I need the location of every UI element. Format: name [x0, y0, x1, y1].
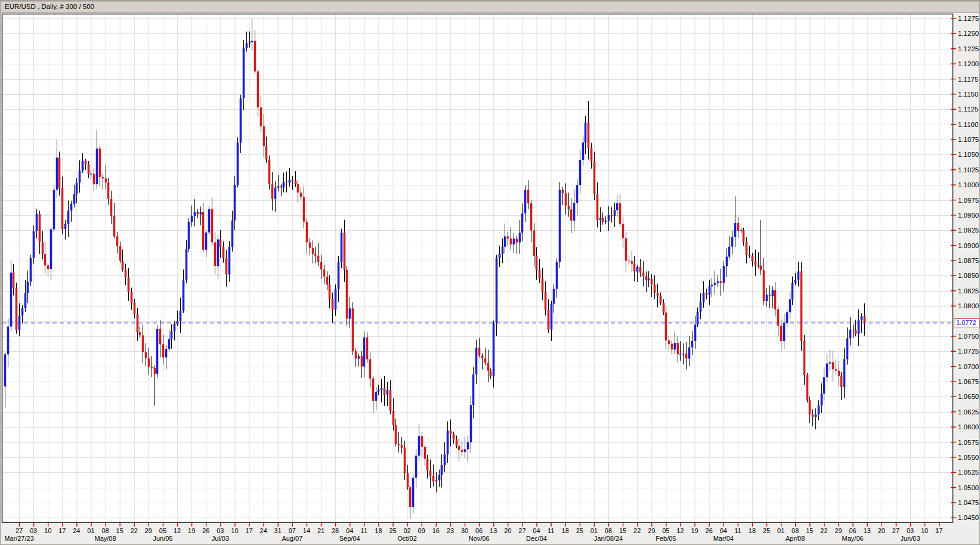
y-axis-tick-label: 1.0825 [958, 287, 979, 295]
candle-body-down [602, 218, 604, 222]
x-axis-day-label: 19 [691, 527, 698, 534]
candle-body-down [257, 72, 259, 108]
candle-body-down [490, 371, 492, 376]
candle-body-up [513, 239, 515, 244]
candle-body-down [119, 246, 122, 261]
candle-body-up [472, 374, 475, 405]
candle-body-down [763, 270, 765, 301]
candle-body-up [79, 171, 81, 182]
candle-body-up [237, 143, 239, 185]
candle-body-up [335, 289, 337, 309]
candle-body-up [53, 190, 55, 229]
candle-body-down [134, 303, 136, 314]
candle-body-down [197, 212, 199, 214]
candle-body-down [148, 358, 150, 367]
candle-body-up [614, 210, 616, 216]
candle-body-down [286, 182, 288, 183]
y-axis-tick-label: 1.1200 [958, 60, 979, 67]
candle-body-up [217, 240, 220, 267]
x-axis-day-label: 03 [907, 527, 914, 534]
candle-body-up [726, 256, 728, 266]
candle-body-down [361, 356, 363, 366]
current-price-label: 1.0772 [954, 318, 979, 327]
candle-body-up [441, 465, 443, 475]
candle-body-down [317, 256, 320, 262]
candle-body-up [447, 431, 449, 454]
candle-body-up [697, 312, 699, 325]
candle-body-down [533, 231, 536, 256]
candle-body-down [487, 363, 490, 371]
candle-body-down [102, 177, 104, 178]
y-axis-tick-label: 1.0650 [958, 393, 979, 400]
candle-body-down [562, 190, 564, 193]
candle-body-up [243, 48, 245, 98]
x-axis-day-label: 29 [145, 527, 152, 534]
y-axis-tick-label: 1.0700 [958, 363, 979, 370]
candle-body-down [326, 277, 329, 285]
candle-body-down [565, 193, 567, 206]
candle-body-down [407, 473, 409, 487]
x-axis-day-label: 20 [504, 527, 511, 534]
x-axis-day-label: 14 [303, 527, 310, 534]
candle-body-down [432, 476, 435, 482]
candle-body-down [746, 241, 748, 255]
candle-body-up [493, 323, 495, 376]
y-axis-tick-label: 1.1075 [958, 136, 979, 143]
candle-body-up [76, 182, 78, 194]
y-axis-tick-label: 1.0600 [958, 423, 979, 431]
candle-body-up [165, 349, 168, 357]
candle-body-down [44, 254, 47, 265]
candle-body-down [570, 209, 573, 221]
plot-area[interactable]: 1.12751.12501.12251.12001.11751.11501.11… [1, 1, 980, 545]
candle-body-up [464, 449, 466, 452]
candle-body-up [846, 339, 849, 360]
candle-body-up [183, 280, 185, 311]
y-axis-tick-label: 1.1150 [958, 91, 978, 98]
x-axis-day-label: 15 [619, 527, 626, 534]
x-axis-month-label: Dec/04 [526, 535, 547, 542]
candle-body-up [849, 330, 852, 339]
candle-body-down [852, 330, 855, 330]
candle-body-up [341, 233, 343, 262]
candle-body-down [660, 296, 662, 303]
candle-body-down [297, 184, 299, 193]
x-axis-day-label: 11 [548, 527, 554, 534]
candle-body-up [818, 405, 820, 414]
candle-body-down [300, 193, 302, 197]
candle-body-down [154, 368, 156, 374]
y-axis-tick-label: 1.1275 [958, 15, 979, 22]
candle-body-down [453, 434, 455, 439]
candle-body-down [685, 354, 688, 359]
candle-body-up [789, 299, 792, 312]
candle-body-down [295, 181, 297, 184]
candle-body-up [740, 230, 743, 231]
y-axis-tick-label: 1.1175 [958, 76, 978, 83]
candle-body-up [194, 212, 196, 216]
x-axis-day-label: 17 [58, 527, 66, 534]
candle-body-up [648, 278, 650, 280]
candle-body-up [524, 190, 527, 213]
candle-body-down [588, 123, 590, 148]
candle-body-down [755, 261, 757, 265]
x-axis-day-label: 16 [432, 527, 440, 534]
y-axis-tick-label: 1.0575 [958, 439, 979, 446]
candle-body-up [636, 267, 639, 272]
x-axis-day-label: 01 [591, 527, 598, 534]
y-axis-tick-label: 1.1250 [958, 30, 979, 37]
candle-body-up [228, 247, 231, 274]
y-axis-tick-label: 1.1225 [958, 45, 979, 52]
candle-body-down [639, 267, 642, 272]
candle-body-up [843, 359, 846, 387]
plot-background [2, 14, 953, 523]
candle-body-up [605, 221, 607, 222]
candle-body-down [760, 265, 762, 270]
candle-body-up [728, 247, 731, 257]
candle-body-up [4, 354, 7, 386]
candle-body-down [392, 411, 395, 425]
candle-body-down [159, 329, 162, 345]
candle-body-down [619, 203, 622, 224]
y-axis-tick-label: 1.0950 [958, 212, 979, 219]
x-axis-day-label: 10 [44, 527, 51, 534]
candle-body-up [7, 327, 10, 355]
candle-body-down [461, 450, 463, 452]
